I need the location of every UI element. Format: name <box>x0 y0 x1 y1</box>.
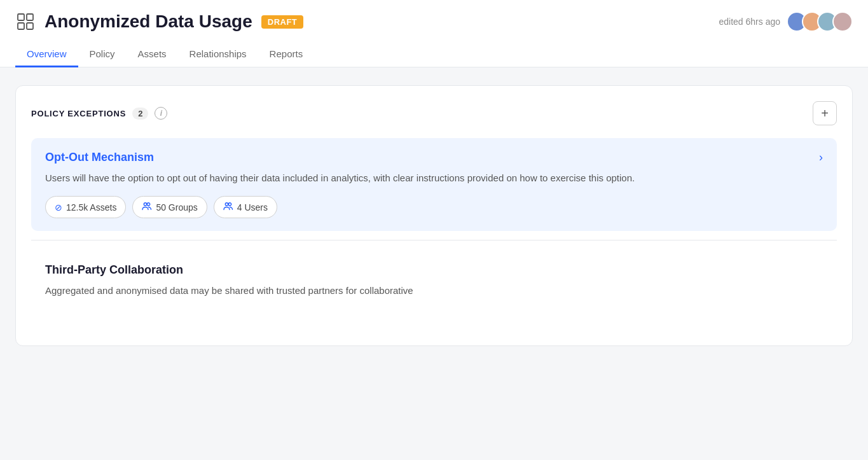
info-icon[interactable]: i <box>155 107 167 120</box>
users-icon <box>223 201 233 213</box>
exception-title-row-2: Third-Party Collaboration <box>45 263 823 277</box>
title-area: Anonymized Data Usage DRAFT <box>15 11 303 32</box>
divider <box>31 240 837 240</box>
main-content: POLICY EXCEPTIONS 2 i + Opt-Out Mechanis… <box>0 67 868 364</box>
groups-icon <box>142 201 152 213</box>
section-title: POLICY EXCEPTIONS <box>31 109 126 118</box>
avatar-group <box>787 11 853 32</box>
exception-title-row: Opt-Out Mechanism › <box>45 151 823 164</box>
add-exception-button[interactable]: + <box>813 101 837 125</box>
svg-point-7 <box>228 203 231 206</box>
header-right: edited 6hrs ago <box>719 11 853 32</box>
assets-tag[interactable]: ⊘ 12.5k Assets <box>45 196 126 218</box>
exception-title-third-party[interactable]: Third-Party Collaboration <box>45 263 183 277</box>
circle-slash-icon: ⊘ <box>55 202 62 213</box>
exception-title-opt-out[interactable]: Opt-Out Mechanism <box>45 151 154 164</box>
chevron-right-icon: › <box>819 151 823 164</box>
svg-point-4 <box>144 203 147 206</box>
assets-tag-label: 12.5k Assets <box>66 202 116 213</box>
tab-nav: Overview Policy Assets Relationships Rep… <box>15 42 853 67</box>
tab-policy[interactable]: Policy <box>78 42 127 67</box>
tab-relationships[interactable]: Relationships <box>178 42 258 67</box>
exception-description-third-party: Aggregated and anonymised data may be sh… <box>45 283 823 298</box>
svg-rect-0 <box>18 14 24 20</box>
groups-tag-label: 50 Groups <box>156 202 197 213</box>
tab-reports[interactable]: Reports <box>258 42 315 67</box>
header-top: Anonymized Data Usage DRAFT edited 6hrs … <box>15 11 853 42</box>
svg-point-5 <box>148 203 150 206</box>
svg-rect-1 <box>27 14 33 20</box>
edited-label: edited 6hrs ago <box>719 17 780 27</box>
exception-item-third-party: Third-Party Collaboration Aggregated and… <box>31 251 837 321</box>
svg-rect-2 <box>18 23 24 29</box>
card-title-row: POLICY EXCEPTIONS 2 i <box>31 107 167 120</box>
card-header: POLICY EXCEPTIONS 2 i + <box>31 101 837 125</box>
policy-exceptions-card: POLICY EXCEPTIONS 2 i + Opt-Out Mechanis… <box>15 85 853 346</box>
tags-row: ⊘ 12.5k Assets 50 Groups <box>45 196 823 218</box>
avatar <box>832 11 853 32</box>
exception-item-opt-out: Opt-Out Mechanism › Users will have the … <box>31 138 837 231</box>
tab-assets[interactable]: Assets <box>127 42 178 67</box>
svg-point-6 <box>225 203 228 206</box>
page-title: Anonymized Data Usage <box>45 11 252 32</box>
exception-description-opt-out: Users will have the option to opt out of… <box>45 171 823 186</box>
svg-rect-3 <box>27 23 33 29</box>
draft-badge: DRAFT <box>261 15 304 29</box>
users-tag-label: 4 Users <box>237 202 268 213</box>
tab-overview[interactable]: Overview <box>15 42 78 67</box>
users-tag[interactable]: 4 Users <box>214 196 277 218</box>
document-icon <box>15 11 36 32</box>
page-header: Anonymized Data Usage DRAFT edited 6hrs … <box>0 0 868 67</box>
groups-tag[interactable]: 50 Groups <box>132 196 207 218</box>
exceptions-count: 2 <box>132 108 148 120</box>
